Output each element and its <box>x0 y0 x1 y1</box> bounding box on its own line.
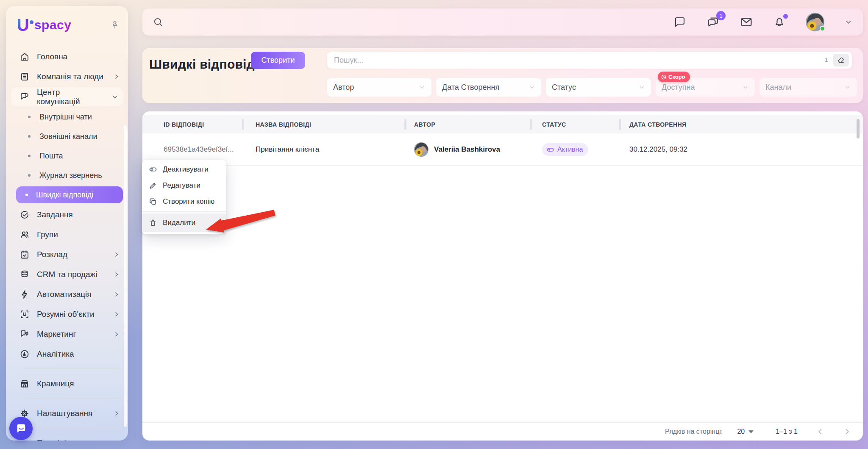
sidebar-item-mail[interactable]: Пошта <box>6 146 128 166</box>
chevron-left-icon <box>815 427 825 436</box>
quick-replies-table-panel: ID ВІДПОВІДІ НАЗВА ВІДПОВІДІ АВТОР СТАТУ… <box>142 111 863 441</box>
mail-icon[interactable] <box>740 15 753 29</box>
previous-page-button[interactable] <box>815 427 825 436</box>
sidebar-item-label: Завдання <box>37 210 73 219</box>
menu-item-edit[interactable]: Редагувати <box>142 177 226 194</box>
page-title: Швидкі відповіді <box>149 57 258 72</box>
filter-label: Канали <box>765 83 791 92</box>
sidebar-item-analytics[interactable]: Аналітика <box>6 344 128 364</box>
create-button[interactable]: Створити <box>251 52 305 69</box>
sidebar-item-label: Журнал звернень <box>39 171 102 180</box>
sidebar-item-crm[interactable]: CRM та продажі <box>6 264 128 284</box>
sidebar-item-label: Зовнішні канали <box>39 132 97 141</box>
column-header-id[interactable]: ID ВІДПОВІДІ <box>164 115 204 133</box>
cell-author: Valeriia Bashkirova <box>414 133 500 166</box>
sidebar-item-tasks[interactable]: Завдання <box>6 205 128 224</box>
column-resize-handle[interactable] <box>242 119 244 130</box>
analytics-icon <box>19 349 30 359</box>
uspacy-logo-dot <box>30 20 33 24</box>
filter-author[interactable]: Автор <box>327 78 431 97</box>
pencil-icon <box>149 181 157 190</box>
filter-created-date[interactable]: Дата Створення <box>436 78 541 97</box>
rows-per-page-select[interactable]: 20 <box>737 428 754 435</box>
menu-item-delete[interactable]: Видалити <box>142 213 226 232</box>
column-header-name[interactable]: НАЗВА ВІДПОВІДІ <box>256 115 311 133</box>
sidebar-item-label: Крамниця <box>37 379 74 388</box>
table-scrollbar-thumb[interactable] <box>857 119 860 139</box>
chevron-right-icon <box>113 310 120 318</box>
bullet-icon <box>28 155 31 157</box>
sidebar-item-label: Швидкі відповіді <box>36 191 93 200</box>
row-context-menu: Деактивувати Редагувати Створити копію В… <box>142 160 226 234</box>
sidebar-item-schedule[interactable]: Розклад <box>6 244 128 264</box>
sidebar-item-marketing[interactable]: Маркетинг <box>6 324 128 344</box>
table-header-row: ID ВІДПОВІДІ НАЗВА ВІДПОВІДІ АВТОР СТАТУ… <box>142 115 863 133</box>
filter-status[interactable]: Статус <box>546 78 651 97</box>
menu-item-label: Створити копію <box>163 197 214 206</box>
sidebar-item-smart-objects[interactable]: Розумні об'єкти <box>6 304 128 324</box>
author-avatar <box>414 142 428 157</box>
cell-reply-name: Привітання клієнта <box>256 133 319 166</box>
menu-item-duplicate[interactable]: Створити копію <box>142 194 226 210</box>
sidebar-item-store[interactable]: Крамниця <box>6 374 128 394</box>
sidebar-scrollbar[interactable] <box>124 125 127 427</box>
sidebar-item-internal-chats[interactable]: Внутрішні чати <box>6 107 128 127</box>
notifications-bell-icon[interactable] <box>773 16 786 28</box>
sidebar-item-label: Автоматизація <box>37 290 92 299</box>
column-header-status[interactable]: СТАТУС <box>542 115 566 133</box>
page-header: Швидкі відповіді Створити 1 Автор Дата С… <box>142 48 863 103</box>
global-search-icon[interactable] <box>153 17 164 28</box>
filter-channels: Канали <box>760 78 857 97</box>
sidebar: U spacy Головна Компанія та люди Центр к… <box>6 6 128 441</box>
sidebar-item-home[interactable]: Головна <box>6 47 128 67</box>
sidebar-item-quick-replies[interactable]: Швидкі відповіді <box>16 186 123 203</box>
sidebar-item-groups[interactable]: Групи <box>6 224 128 244</box>
store-icon <box>19 379 30 389</box>
sidebar-item-label: Розклад <box>37 250 67 259</box>
filters-row: Автор Дата Створення Статус Скоро Доступ… <box>327 78 857 97</box>
sidebar-item-comm-center[interactable]: Центр комунікацій <box>11 87 123 106</box>
table-row[interactable]: 69538e1a43e9ef3ef... Привітання клієнта … <box>142 133 863 166</box>
author-name: Valeriia Bashkirova <box>434 145 500 154</box>
status-badge: Активна <box>542 143 588 156</box>
comm-center-icon <box>19 92 30 102</box>
filter-available: Скоро Доступна <box>656 78 755 97</box>
menu-item-deactivate[interactable]: Деактивувати <box>142 161 226 177</box>
sidebar-item-automation[interactable]: Автоматизація <box>6 284 128 304</box>
column-resize-handle[interactable] <box>530 119 532 130</box>
sidebar-item-label: Розумні об'єкти <box>37 310 95 319</box>
chat-icon[interactable] <box>673 16 686 28</box>
next-page-button[interactable] <box>843 427 852 436</box>
column-resize-handle[interactable] <box>404 119 406 130</box>
search-input[interactable] <box>327 52 852 69</box>
chevron-down-icon <box>419 84 426 91</box>
sidebar-item-label: Пошта <box>39 152 63 161</box>
sidebar-divider <box>23 398 121 399</box>
home-icon <box>19 52 30 62</box>
chevron-right-icon <box>113 271 120 278</box>
user-avatar[interactable] <box>806 13 824 31</box>
sidebar-item-company[interactable]: Компанія та люди <box>6 67 128 86</box>
sidebar-item-label: Внутрішні чати <box>39 113 92 122</box>
rows-per-page-label: Рядків на сторінці: <box>665 428 723 435</box>
pin-sidebar-icon[interactable] <box>110 20 120 30</box>
caret-down-icon <box>748 430 754 433</box>
eraser-icon <box>837 56 845 64</box>
clear-filters-button[interactable] <box>833 54 849 67</box>
sidebar-nav: Головна Компанія та люди Центр комунікац… <box>6 47 128 441</box>
bullet-icon <box>25 194 28 196</box>
menu-item-label: Редагувати <box>163 181 200 190</box>
column-resize-handle[interactable] <box>619 119 621 130</box>
sidebar-divider <box>23 369 121 369</box>
logo-row: U spacy <box>17 15 120 35</box>
messenger-icon[interactable]: 1 <box>706 15 720 29</box>
menu-item-label: Деактивувати <box>163 165 209 174</box>
column-header-author[interactable]: АВТОР <box>414 115 435 133</box>
support-chat-launcher[interactable] <box>9 417 33 440</box>
profile-chevron-down-icon[interactable] <box>844 18 853 26</box>
notifications-dot <box>783 14 788 19</box>
messenger-unread-badge: 1 <box>716 11 726 20</box>
column-header-created[interactable]: ДАТА СТВОРЕННЯ <box>629 115 687 133</box>
sidebar-item-external-channels[interactable]: Зовнішні канали <box>6 127 128 146</box>
sidebar-item-requests-log[interactable]: Журнал звернень <box>6 166 128 185</box>
